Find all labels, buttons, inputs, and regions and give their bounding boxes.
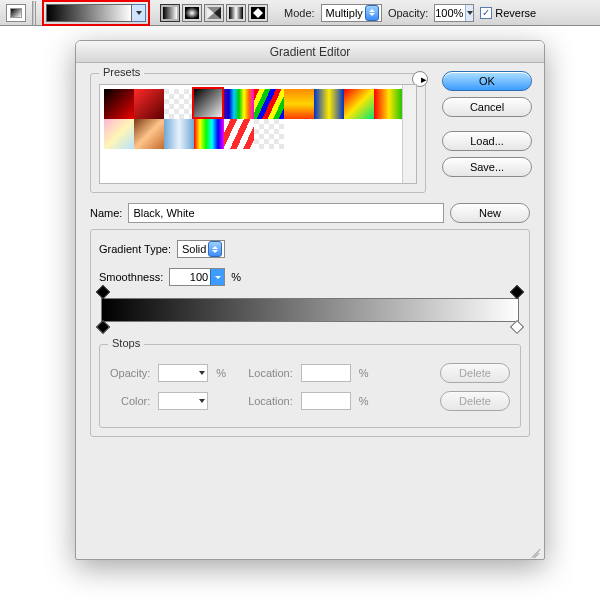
preset-foreground-background[interactable] [104,89,134,119]
preset-spectrum-soft[interactable] [224,89,254,119]
reverse-checkbox[interactable]: Reverse [480,7,536,19]
reflected-gradient-button[interactable] [226,4,246,22]
gradient-picker-dropdown-button[interactable] [132,4,146,22]
ok-button[interactable]: OK [442,71,532,91]
gradient-editor-dialog: Gradient Editor Presets ▸ OK Cancel Load… [75,40,545,560]
toolbar-separator [32,1,36,25]
stop-location-label-1: Location: [248,367,293,379]
stop-location-input-1[interactable] [301,364,351,382]
name-label: Name: [90,207,122,219]
chevron-down-icon [199,371,205,375]
delete-opacity-stop-button[interactable]: Delete [440,363,510,383]
presets-fieldset: Presets ▸ [90,73,426,193]
linear-gradient-button[interactable] [160,4,180,22]
opacity-label: Opacity: [388,7,428,19]
preset-rainbow[interactable] [194,119,224,149]
preset-rainbow-stripes[interactable] [254,89,284,119]
radial-gradient-button[interactable] [182,4,202,22]
checkbox-icon [480,7,492,19]
name-value: Black, White [133,207,194,219]
stops-legend: Stops [108,337,144,349]
name-row: Name: Black, White New [90,203,530,223]
reverse-label: Reverse [495,7,536,19]
mode-value: Multiply [326,7,363,19]
smoothness-input[interactable]: 100 [169,268,225,286]
stop-color-input[interactable] [158,392,208,410]
preset-sunset[interactable] [284,89,314,119]
chevron-down-icon [199,399,205,403]
pct-3: % [359,395,369,407]
preset-candy[interactable] [224,119,254,149]
preset-red-yellow-green[interactable] [374,89,404,119]
mode-label: Mode: [284,7,315,19]
preset-red-orange[interactable] [134,89,164,119]
load-button[interactable]: Load... [442,131,532,151]
angle-gradient-button[interactable] [204,4,224,22]
chevron-down-icon[interactable] [210,269,224,285]
stepper-icon [365,5,379,21]
new-button[interactable]: New [450,203,530,223]
gradient-type-select[interactable]: Solid [177,240,225,258]
preset-blue-yellow[interactable] [314,89,344,119]
stop-location-label-2: Location: [248,395,293,407]
diamond-gradient-button[interactable] [248,4,268,22]
cancel-button[interactable]: Cancel [442,97,532,117]
stepper-icon [208,241,222,257]
preset-pastel[interactable] [104,119,134,149]
preset-steel[interactable] [164,119,194,149]
options-bar: Mode: Multiply Opacity: 100% Reverse [0,0,600,26]
opacity-field[interactable]: 100% [434,4,474,22]
gradient-settings-fieldset: Gradient Type: Solid Smoothness: 100 % [90,229,530,437]
stop-opacity-label: Opacity: [110,367,150,379]
smoothness-suffix: % [231,271,241,283]
smoothness-label: Smoothness: [99,271,163,283]
opacity-stop-left[interactable] [98,287,108,299]
preset-copper[interactable] [134,119,164,149]
save-button[interactable]: Save... [442,157,532,177]
chevron-down-icon [136,11,142,15]
tool-preset-swatch[interactable] [6,4,26,22]
smoothness-value: 100 [170,271,210,283]
gradient-bar[interactable] [101,298,519,322]
scrollbar[interactable] [402,85,416,183]
pct-1: % [216,367,226,379]
chevron-down-icon[interactable] [465,5,473,21]
highlighted-preset [192,87,224,119]
resize-handle[interactable] [530,545,542,557]
preset-transparent[interactable] [164,89,194,119]
gradient-type-value: Solid [182,243,206,255]
gradient-picker[interactable] [46,4,132,22]
preset-transparent2[interactable] [254,119,284,149]
stop-location-input-2[interactable] [301,392,351,410]
opacity-stop-right[interactable] [512,287,522,299]
opacity-value: 100% [435,7,465,19]
svg-rect-1 [185,7,199,19]
color-stop-right[interactable] [512,322,522,334]
mode-select[interactable]: Multiply [321,4,382,22]
gradient-picker-highlighted [42,0,150,26]
gradient-type-label: Gradient Type: [99,243,171,255]
svg-rect-0 [163,7,177,19]
color-stop-left[interactable] [98,322,108,334]
preset-red-yellow-diag[interactable] [344,89,374,119]
presets-legend: Presets [99,66,144,78]
svg-rect-3 [229,7,243,19]
pct-2: % [359,367,369,379]
stop-color-label: Color: [121,395,150,407]
stops-fieldset: Stops Opacity: % Location: % Delete Colo… [99,344,521,428]
gradient-type-buttons [160,4,268,22]
delete-color-stop-button[interactable]: Delete [440,391,510,411]
name-input[interactable]: Black, White [128,203,444,223]
dialog-title: Gradient Editor [76,41,544,63]
stop-opacity-input[interactable] [158,364,208,382]
presets-list [99,84,417,184]
